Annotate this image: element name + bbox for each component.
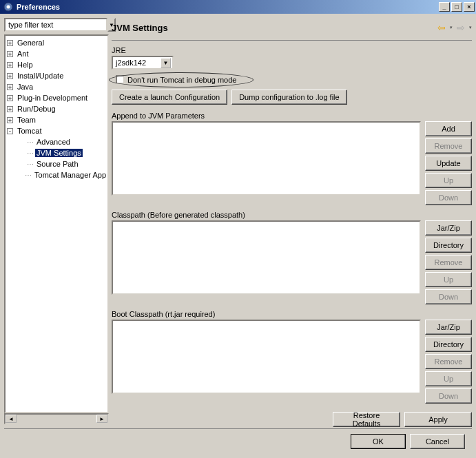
tree-item-java[interactable]: Java	[16, 83, 34, 91]
tree-spacer	[18, 139, 24, 145]
tree-item-general[interactable]: General	[16, 39, 45, 47]
classpath-list[interactable]	[112, 220, 421, 295]
close-button[interactable]: ×	[464, 2, 475, 12]
tree-spacer	[18, 172, 22, 178]
svg-point-1	[7, 6, 10, 9]
classpath-label: Classpath (Before generated classpath)	[112, 211, 472, 219]
filter-input[interactable]	[4, 18, 107, 32]
apply-button[interactable]: Apply	[404, 412, 472, 427]
dump-config-button[interactable]: Dump configuration to .log file	[231, 90, 347, 105]
tree-connector-icon: ⋯	[25, 171, 32, 179]
minimize-button[interactable]: _	[439, 2, 450, 12]
scroll-left-button[interactable]: ◄	[6, 415, 17, 423]
tree-item-tomcat-manager[interactable]: Tomcat Manager App	[33, 171, 107, 179]
tree-item-source-path[interactable]: Source Path	[35, 160, 80, 168]
tree-item-tomcat[interactable]: Tomcat	[16, 127, 43, 135]
expand-icon[interactable]: +	[7, 40, 13, 46]
bootclasspath-label: Boot Classpath (rt.jar required)	[112, 310, 472, 318]
create-launch-button[interactable]: Create a launch Configuration	[112, 90, 227, 105]
forward-arrow-icon: ⇨	[457, 22, 465, 33]
dropdown-icon[interactable]: ▼	[161, 58, 171, 68]
ok-button[interactable]: OK	[351, 434, 406, 449]
left-pane: ▼ +General +Ant +Help +Install/Update +J…	[4, 18, 109, 424]
add-button[interactable]: Add	[425, 121, 472, 136]
collapse-icon[interactable]: -	[7, 128, 13, 134]
debug-mode-label[interactable]: Don't run Tomcat in debug mode	[127, 76, 236, 84]
back-arrow-icon[interactable]: ⇦	[437, 22, 446, 33]
jre-value: j2sdk142	[114, 59, 161, 67]
window-title: Preferences	[17, 3, 439, 11]
horizontal-scrollbar[interactable]: ◄ ►	[4, 413, 109, 424]
forward-dropdown-icon: ▾	[469, 25, 472, 30]
tree-item-install-update[interactable]: Install/Update	[16, 72, 65, 80]
bootclasspath-list[interactable]	[112, 320, 421, 394]
expand-icon[interactable]: +	[7, 95, 13, 101]
directory-button[interactable]: Directory	[425, 337, 472, 352]
directory-button[interactable]: Directory	[425, 238, 472, 253]
app-icon	[3, 1, 14, 12]
up-button: Up	[425, 272, 472, 287]
jarzip-button[interactable]: Jar/Zip	[425, 220, 472, 236]
jvm-params-label: Append to JVM Parameters	[112, 112, 472, 120]
back-dropdown-icon[interactable]: ▾	[450, 25, 453, 30]
expand-icon[interactable]: +	[7, 117, 13, 123]
tree-connector-icon: ⋯	[27, 149, 34, 157]
expand-icon[interactable]: +	[7, 84, 13, 90]
remove-button: Remove	[425, 354, 472, 369]
scroll-right-button[interactable]: ►	[96, 415, 107, 423]
jvm-params-list[interactable]	[112, 121, 421, 196]
titlebar: Preferences _ □ ×	[0, 0, 476, 14]
down-button: Down	[425, 388, 472, 404]
restore-defaults-button[interactable]: Restore Defaults	[333, 412, 400, 427]
remove-button: Remove	[425, 138, 472, 154]
up-button: Up	[425, 371, 472, 386]
expand-icon[interactable]: +	[7, 51, 13, 57]
jre-label: JRE	[112, 46, 472, 54]
jre-select[interactable]: j2sdk142 ▼	[112, 56, 174, 70]
tree-connector-icon: ⋯	[27, 160, 34, 168]
tree-item-plugin-dev[interactable]: Plug-in Development	[16, 94, 89, 102]
down-button: Down	[425, 190, 472, 205]
tree-connector-icon: ⋯	[27, 138, 34, 146]
tree-item-ant[interactable]: Ant	[16, 50, 30, 58]
tree-spacer	[18, 161, 24, 167]
jarzip-button[interactable]: Jar/Zip	[425, 320, 472, 335]
debug-mode-checkbox[interactable]	[116, 75, 125, 84]
expand-icon[interactable]: +	[7, 62, 13, 68]
expand-icon[interactable]: +	[7, 106, 13, 112]
tree-item-help[interactable]: Help	[16, 61, 34, 69]
tree-spacer	[18, 150, 24, 156]
tree-item-advanced[interactable]: Advanced	[35, 138, 72, 146]
page-title: JVM Settings	[112, 23, 437, 33]
tree-item-team[interactable]: Team	[16, 116, 37, 124]
update-button[interactable]: Update	[425, 156, 472, 171]
tree-item-jvm-settings[interactable]: JVM Settings	[35, 149, 83, 157]
remove-button: Remove	[425, 255, 472, 270]
tree-item-run-debug[interactable]: Run/Debug	[16, 105, 57, 113]
preferences-tree[interactable]: +General +Ant +Help +Install/Update +Jav…	[4, 34, 109, 413]
up-button: Up	[425, 173, 472, 188]
expand-icon[interactable]: +	[7, 73, 13, 79]
maximize-button[interactable]: □	[451, 2, 462, 12]
right-pane: JVM Settings ⇦▾ ⇨▾ JRE j2sdk142 ▼ Don't …	[112, 18, 472, 424]
cancel-button[interactable]: Cancel	[410, 434, 465, 449]
down-button: Down	[425, 289, 472, 304]
